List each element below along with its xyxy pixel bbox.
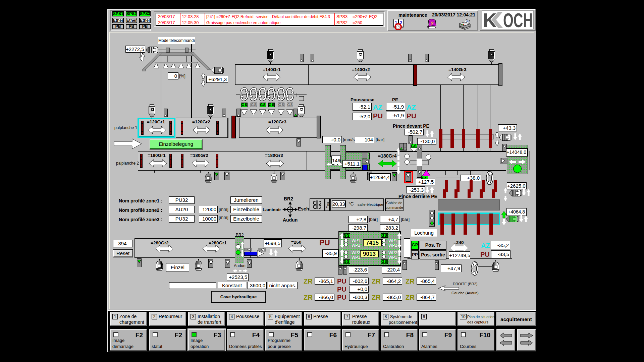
svg-text:OCH: OCH <box>503 11 533 29</box>
